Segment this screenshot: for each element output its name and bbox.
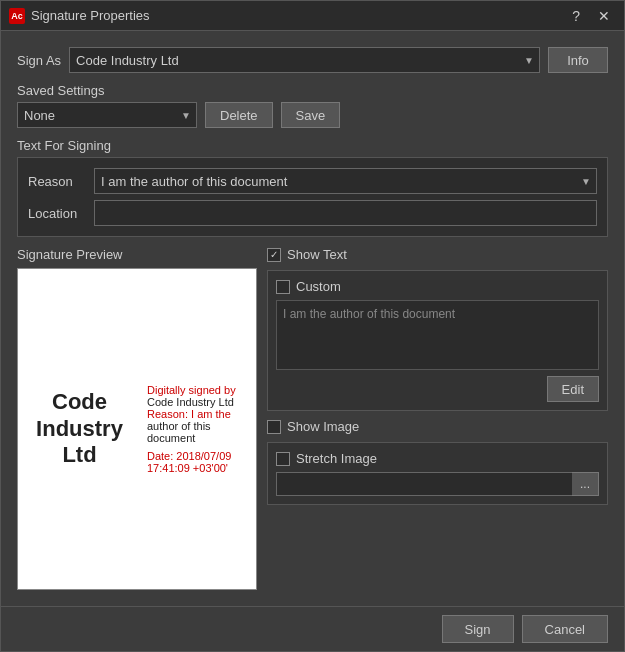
preview-line6: Date: 2018/07/09 [147,450,250,462]
cancel-button[interactable]: Cancel [522,615,608,643]
show-image-checkbox[interactable] [267,420,281,434]
text-for-signing-label: Text For Signing [17,138,608,153]
text-for-signing-box: Reason I am the author of this document … [17,157,608,237]
sign-as-row: Sign As Code Industry Ltd ▼ Info [17,47,608,73]
preview-company-area: Code Industry Ltd [18,379,141,478]
reason-select[interactable]: I am the author of this document [94,168,597,194]
preview-line5: document [147,432,250,444]
reason-row: Reason I am the author of this document … [28,168,597,194]
custom-row: Custom [276,279,599,294]
preview-panel: Signature Preview Code Industry Ltd Digi… [17,247,257,590]
footer: Sign Cancel [1,607,624,651]
preview-content: Code Industry Ltd Digitally signed by Co… [18,269,256,589]
custom-label: Custom [296,279,341,294]
title-bar-controls: ? ✕ [566,7,616,25]
location-row: Location [28,200,597,226]
preview-box: Code Industry Ltd Digitally signed by Co… [17,268,257,590]
preview-line7: 17:41:09 +03'00' [147,462,250,474]
preview-text-area: Digitally signed by Code Industry Ltd Re… [141,376,256,482]
save-button[interactable]: Save [281,102,341,128]
show-image-label: Show Image [287,419,359,434]
sign-as-label: Sign As [17,53,61,68]
close-button[interactable]: ✕ [592,7,616,25]
saved-settings-select-container: None ▼ [17,102,197,128]
main-panels: Signature Preview Code Industry Ltd Digi… [17,247,608,590]
custom-checkbox[interactable] [276,280,290,294]
text-for-signing-section: Text For Signing Reason I am the author … [17,138,608,237]
preview-company-name: Code Industry Ltd [28,389,131,468]
stretch-row: Stretch Image [276,451,599,466]
sign-button[interactable]: Sign [442,615,514,643]
edit-row: Edit [276,376,599,402]
custom-text-area[interactable]: <span data-bind="show_text.text_value"><… [276,300,599,370]
show-text-row: Show Text [267,247,608,262]
delete-button[interactable]: Delete [205,102,273,128]
edit-button[interactable]: Edit [547,376,599,402]
preview-line4: author of this [147,420,250,432]
preview-line2: Code Industry Ltd [147,396,250,408]
right-panel: Show Text Custom <span data-bind="show_t… [267,247,608,590]
browse-button[interactable]: ... [572,472,599,496]
content-area: Sign As Code Industry Ltd ▼ Info Saved S… [1,31,624,606]
show-text-label: Show Text [287,247,347,262]
sign-as-select-container: Code Industry Ltd ▼ [69,47,540,73]
saved-settings-label: Saved Settings [17,83,608,98]
location-label: Location [28,206,88,221]
info-button[interactable]: Info [548,47,608,73]
preview-label: Signature Preview [17,247,257,262]
preview-line3: Reason: I am the [147,408,250,420]
stretch-label: Stretch Image [296,451,377,466]
preview-line1: Digitally signed by [147,384,250,396]
reason-label: Reason [28,174,88,189]
location-input[interactable] [94,200,597,226]
show-image-section: Stretch Image ... [267,442,608,505]
window-title: Signature Properties [31,8,566,23]
image-input-row: ... [276,472,599,496]
app-icon: Ac [9,8,25,24]
show-text-checkbox[interactable] [267,248,281,262]
show-text-section: Custom <span data-bind="show_text.text_v… [267,270,608,411]
image-path-input[interactable] [276,472,572,496]
stretch-checkbox[interactable] [276,452,290,466]
window: Ac Signature Properties ? ✕ Sign As Code… [0,0,625,652]
title-bar: Ac Signature Properties ? ✕ [1,1,624,31]
reason-select-container: I am the author of this document ▼ [94,168,597,194]
saved-settings-section: Saved Settings None ▼ Delete Save [17,83,608,128]
show-image-row: Show Image [267,419,608,434]
saved-settings-select[interactable]: None [17,102,197,128]
help-button[interactable]: ? [566,7,586,25]
saved-settings-row: None ▼ Delete Save [17,102,608,128]
sign-as-select[interactable]: Code Industry Ltd [69,47,540,73]
